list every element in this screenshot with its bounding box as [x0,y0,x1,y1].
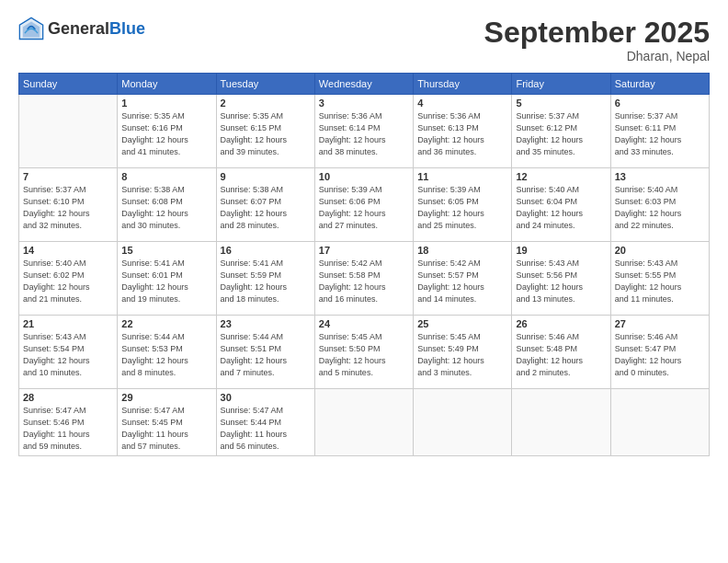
day-number: 18 [417,245,507,256]
day-info: Sunrise: 5:37 AM Sunset: 6:11 PM Dayligh… [615,110,705,158]
day-info: Sunrise: 5:36 AM Sunset: 6:13 PM Dayligh… [417,110,507,158]
day-info: Sunrise: 5:46 AM Sunset: 5:48 PM Dayligh… [516,331,606,379]
day-info: Sunrise: 5:44 AM Sunset: 5:51 PM Dayligh… [221,331,311,379]
col-sunday: Sunday [19,74,118,95]
day-info: Sunrise: 5:40 AM Sunset: 6:04 PM Dayligh… [516,184,606,232]
table-row: 15Sunrise: 5:41 AM Sunset: 6:01 PM Dayli… [118,242,216,316]
logo-general: General [48,19,109,38]
day-info: Sunrise: 5:35 AM Sunset: 6:16 PM Dayligh… [121,110,211,158]
day-number: 12 [516,171,606,182]
day-info: Sunrise: 5:47 AM Sunset: 5:45 PM Dayligh… [121,405,211,453]
day-number: 27 [615,318,705,329]
day-info: Sunrise: 5:38 AM Sunset: 6:07 PM Dayligh… [221,184,311,232]
day-info: Sunrise: 5:39 AM Sunset: 6:05 PM Dayligh… [417,184,507,232]
day-number: 26 [516,318,606,329]
day-number: 9 [221,171,311,182]
day-number: 2 [221,98,311,109]
title-block: September 2025 Dharan, Nepal [484,17,710,63]
table-row: 11Sunrise: 5:39 AM Sunset: 6:05 PM Dayli… [414,168,512,242]
calendar-week-row: 21Sunrise: 5:43 AM Sunset: 5:54 PM Dayli… [19,316,710,389]
day-number: 29 [121,392,211,403]
calendar-header-row: Sunday Monday Tuesday Wednesday Thursday… [19,74,710,95]
table-row: 8Sunrise: 5:38 AM Sunset: 6:08 PM Daylig… [118,168,216,242]
table-row: 21Sunrise: 5:43 AM Sunset: 5:54 PM Dayli… [19,316,118,389]
table-row: 17Sunrise: 5:42 AM Sunset: 5:58 PM Dayli… [314,242,413,316]
table-row: 1Sunrise: 5:35 AM Sunset: 6:16 PM Daylig… [118,95,216,168]
day-number: 10 [319,171,409,182]
table-row: 23Sunrise: 5:44 AM Sunset: 5:51 PM Dayli… [216,316,314,389]
table-row: 22Sunrise: 5:44 AM Sunset: 5:53 PM Dayli… [118,316,216,389]
day-number: 3 [319,98,409,109]
table-row: 4Sunrise: 5:36 AM Sunset: 6:13 PM Daylig… [414,95,512,168]
table-row: 7Sunrise: 5:37 AM Sunset: 6:10 PM Daylig… [19,168,118,242]
col-wednesday: Wednesday [314,74,413,95]
day-number: 20 [615,245,705,256]
day-number: 17 [319,245,409,256]
table-row: 14Sunrise: 5:40 AM Sunset: 6:02 PM Dayli… [19,242,118,316]
col-friday: Friday [512,74,610,95]
table-row: 19Sunrise: 5:43 AM Sunset: 5:56 PM Dayli… [512,242,610,316]
day-info: Sunrise: 5:37 AM Sunset: 6:12 PM Dayligh… [516,110,606,158]
day-number: 8 [121,171,211,182]
table-row: 16Sunrise: 5:41 AM Sunset: 5:59 PM Dayli… [216,242,314,316]
day-number: 16 [221,245,311,256]
table-row [314,389,413,456]
day-number: 24 [319,318,409,329]
day-number: 13 [615,171,705,182]
day-number: 4 [417,98,507,109]
calendar-week-row: 14Sunrise: 5:40 AM Sunset: 6:02 PM Dayli… [19,242,710,316]
day-info: Sunrise: 5:37 AM Sunset: 6:10 PM Dayligh… [23,184,113,232]
day-info: Sunrise: 5:41 AM Sunset: 6:01 PM Dayligh… [121,258,211,305]
col-thursday: Thursday [414,74,512,95]
calendar-table: Sunday Monday Tuesday Wednesday Thursday… [18,73,710,456]
day-number: 25 [417,318,507,329]
table-row: 28Sunrise: 5:47 AM Sunset: 5:46 PM Dayli… [19,389,118,456]
day-info: Sunrise: 5:46 AM Sunset: 5:47 PM Dayligh… [615,331,705,379]
header: GeneralBlue September 2025 Dharan, Nepal [18,17,710,63]
day-number: 28 [23,392,113,403]
table-row: 27Sunrise: 5:46 AM Sunset: 5:47 PM Dayli… [610,316,709,389]
col-tuesday: Tuesday [216,74,314,95]
day-number: 22 [121,318,211,329]
day-info: Sunrise: 5:47 AM Sunset: 5:46 PM Dayligh… [23,405,113,453]
table-row: 30Sunrise: 5:47 AM Sunset: 5:44 PM Dayli… [216,389,314,456]
calendar-week-row: 7Sunrise: 5:37 AM Sunset: 6:10 PM Daylig… [19,168,710,242]
day-number: 6 [615,98,705,109]
table-row: 25Sunrise: 5:45 AM Sunset: 5:49 PM Dayli… [414,316,512,389]
day-info: Sunrise: 5:35 AM Sunset: 6:15 PM Dayligh… [221,110,311,158]
day-number: 11 [417,171,507,182]
day-info: Sunrise: 5:40 AM Sunset: 6:02 PM Dayligh… [23,258,113,305]
day-number: 1 [121,98,211,109]
table-row: 13Sunrise: 5:40 AM Sunset: 6:03 PM Dayli… [610,168,709,242]
day-info: Sunrise: 5:43 AM Sunset: 5:54 PM Dayligh… [23,331,113,379]
table-row [610,389,709,456]
day-info: Sunrise: 5:44 AM Sunset: 5:53 PM Dayligh… [121,331,211,379]
table-row: 2Sunrise: 5:35 AM Sunset: 6:15 PM Daylig… [216,95,314,168]
table-row [512,389,610,456]
location: Dharan, Nepal [484,49,710,63]
logo-text: GeneralBlue [48,20,145,39]
day-info: Sunrise: 5:43 AM Sunset: 5:55 PM Dayligh… [615,258,705,305]
table-row [19,95,118,168]
day-number: 14 [23,245,113,256]
table-row: 5Sunrise: 5:37 AM Sunset: 6:12 PM Daylig… [512,95,610,168]
day-info: Sunrise: 5:45 AM Sunset: 5:50 PM Dayligh… [319,331,409,379]
table-row: 12Sunrise: 5:40 AM Sunset: 6:04 PM Dayli… [512,168,610,242]
day-info: Sunrise: 5:47 AM Sunset: 5:44 PM Dayligh… [221,405,311,453]
col-monday: Monday [118,74,216,95]
calendar-week-row: 28Sunrise: 5:47 AM Sunset: 5:46 PM Dayli… [19,389,710,456]
day-info: Sunrise: 5:38 AM Sunset: 6:08 PM Dayligh… [121,184,211,232]
day-info: Sunrise: 5:42 AM Sunset: 5:57 PM Dayligh… [417,258,507,305]
day-number: 7 [23,171,113,182]
day-number: 15 [121,245,211,256]
day-info: Sunrise: 5:42 AM Sunset: 5:58 PM Dayligh… [319,258,409,305]
calendar-week-row: 1Sunrise: 5:35 AM Sunset: 6:16 PM Daylig… [19,95,710,168]
table-row: 6Sunrise: 5:37 AM Sunset: 6:11 PM Daylig… [610,95,709,168]
day-number: 21 [23,318,113,329]
logo-icon [18,17,44,42]
table-row: 3Sunrise: 5:36 AM Sunset: 6:14 PM Daylig… [314,95,413,168]
table-row: 9Sunrise: 5:38 AM Sunset: 6:07 PM Daylig… [216,168,314,242]
day-info: Sunrise: 5:41 AM Sunset: 5:59 PM Dayligh… [221,258,311,305]
day-number: 30 [221,392,311,403]
logo: GeneralBlue [18,17,145,42]
